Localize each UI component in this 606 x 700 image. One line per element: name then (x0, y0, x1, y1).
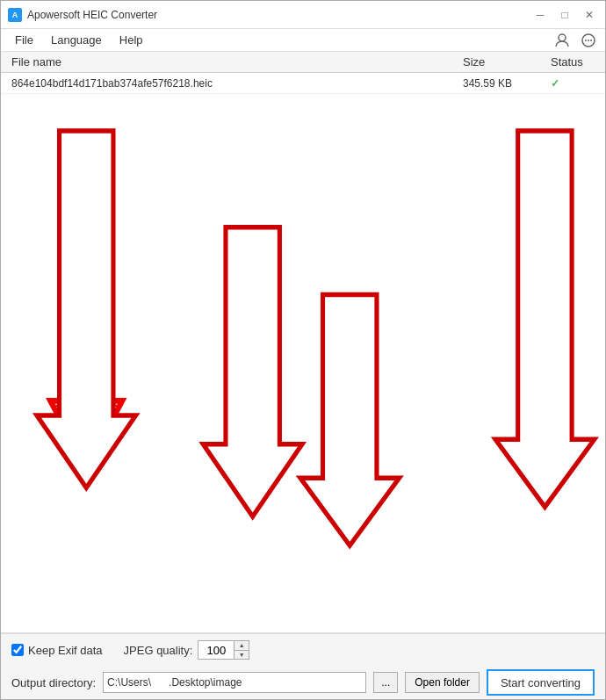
start-converting-button[interactable]: Start converting (487, 669, 595, 696)
file-status-cell: ✓ (544, 77, 605, 90)
svg-point-2 (585, 40, 587, 41)
svg-marker-6 (50, 401, 122, 468)
keep-exif-checkbox[interactable] (11, 644, 24, 656)
title-bar: A Apowersoft HEIC Converter ─ □ ✕ (1, 1, 605, 29)
window-controls: ─ □ ✕ (531, 6, 598, 24)
user-icon[interactable] (552, 31, 572, 50)
arrow2 (203, 227, 302, 516)
output-dir-input[interactable] (103, 672, 366, 693)
controls-row2: Output directory: ... Open folder Start … (1, 666, 605, 699)
annotation-arrows (1, 73, 605, 632)
chat-icon[interactable] (579, 31, 598, 50)
svg-point-4 (590, 40, 592, 41)
file-list-container: File name Size Status 864e104bdf14d171ba… (1, 52, 605, 633)
col-header-filename: File name (1, 55, 456, 69)
controls-row1: Keep Exif data JPEG quality: ▲ ▼ (1, 634, 605, 666)
close-button[interactable]: ✕ (581, 6, 598, 24)
keep-exif-wrapper: Keep Exif data (11, 644, 103, 657)
spinner-buttons: ▲ ▼ (234, 641, 249, 659)
file-size-cell: 345.59 KB (456, 77, 544, 90)
menu-help[interactable]: Help (112, 31, 150, 49)
menu-bar: File Language Help (1, 29, 605, 52)
menu-file[interactable]: File (8, 31, 40, 49)
svg-point-0 (559, 34, 566, 41)
spinner-down-button[interactable]: ▼ (234, 650, 249, 660)
minimize-button[interactable]: ─ (531, 6, 549, 24)
browse-button[interactable]: ... (373, 672, 398, 693)
file-list-body: 864e104bdf14d171bab374afe57f6218.heic 34… (1, 73, 605, 632)
col-header-status: Status (544, 55, 605, 69)
jpeg-quality-label: JPEG quality: (124, 644, 193, 657)
svg-marker-8 (37, 131, 136, 487)
svg-point-3 (588, 40, 589, 41)
col-header-size: Size (456, 55, 544, 69)
arrow1 (37, 131, 136, 487)
jpeg-quality-input[interactable] (198, 641, 234, 659)
file-list-header: File name Size Status (1, 52, 605, 73)
svg-marker-10 (300, 295, 400, 546)
svg-marker-7 (54, 406, 118, 464)
menu-language[interactable]: Language (44, 31, 109, 49)
svg-marker-11 (495, 131, 595, 507)
app-icon: A (8, 8, 22, 22)
output-dir-label: Output directory: (11, 676, 96, 689)
open-folder-button[interactable]: Open folder (405, 672, 480, 693)
maximize-button[interactable]: □ (556, 6, 574, 24)
svg-marker-9 (203, 227, 302, 516)
keep-exif-label: Keep Exif data (28, 644, 103, 657)
toolbar-right (552, 31, 598, 50)
file-name-cell: 864e104bdf14d171bab374afe57f6218.heic (1, 77, 456, 90)
arrow3 (300, 295, 400, 546)
jpeg-quality-wrapper: JPEG quality: ▲ ▼ (124, 640, 250, 660)
table-row: 864e104bdf14d171bab374afe57f6218.heic 34… (1, 73, 605, 94)
arrow4 (495, 131, 595, 507)
spinner-up-button[interactable]: ▲ (234, 641, 249, 650)
bottom-controls: Keep Exif data JPEG quality: ▲ ▼ Output … (1, 633, 605, 699)
jpeg-quality-spinner: ▲ ▼ (198, 640, 249, 660)
window-title: Apowersoft HEIC Converter (27, 9, 531, 21)
main-window: A Apowersoft HEIC Converter ─ □ ✕ File L… (0, 0, 606, 700)
